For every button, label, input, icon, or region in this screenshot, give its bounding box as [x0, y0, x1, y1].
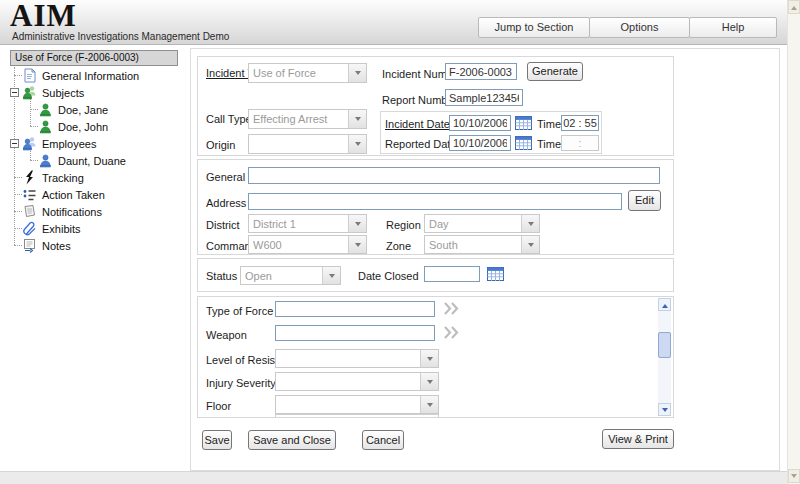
general-input[interactable]: [248, 167, 660, 184]
scroll-down-icon[interactable]: [788, 469, 800, 483]
dropdown-arrow-icon: [528, 243, 534, 250]
dropdown-arrow-icon: [427, 403, 433, 410]
status-strip: [0, 471, 787, 484]
page-scrollbar[interactable]: [787, 0, 800, 484]
document-icon: [22, 68, 37, 83]
reported-time-input[interactable]: [561, 135, 599, 151]
calendar-icon[interactable]: [515, 135, 532, 150]
floor-dropdown[interactable]: [275, 395, 439, 414]
help-button[interactable]: Help: [689, 17, 777, 38]
dropdown-arrow-icon: [355, 117, 361, 124]
list-icon: [22, 187, 37, 202]
app-logo: AIM: [10, 0, 77, 32]
status-label: Status: [206, 270, 237, 282]
save-button[interactable]: Save: [202, 430, 232, 450]
injury-severity-label: Injury Severity: [206, 377, 276, 389]
paperclip-icon: [22, 221, 37, 236]
app-header: AIM Administrative Investigations Manage…: [0, 0, 787, 45]
generate-button[interactable]: Generate: [527, 62, 583, 81]
reported-time-label: Time: [537, 138, 561, 150]
district-dropdown[interactable]: District 1: [248, 214, 367, 233]
date-closed-input[interactable]: [424, 266, 480, 282]
tree-item-daunt-duane[interactable]: Daunt, Duane: [0, 152, 126, 169]
injury-severity-dropdown[interactable]: [275, 372, 439, 391]
cancel-button[interactable]: Cancel: [362, 430, 404, 450]
expander-icon[interactable]: [10, 139, 19, 148]
dates-group: Incident Date Time Reported Date Time: [380, 111, 602, 154]
people-green-icon: [22, 85, 37, 100]
cutoff-control: [275, 414, 439, 417]
incident-group: Incident Type Use of Force Incident Numb…: [197, 56, 674, 156]
dropdown-arrow-icon: [355, 222, 361, 229]
dropdown-arrow-icon: [427, 357, 433, 364]
tree-item-doe-jane[interactable]: Doe, Jane: [0, 101, 108, 118]
double-arrow-icon[interactable]: [441, 325, 463, 340]
incident-time-input[interactable]: [561, 115, 599, 131]
double-arrow-icon[interactable]: [441, 301, 463, 316]
tree-item-doe-john[interactable]: Doe, John: [0, 118, 108, 135]
main-form-panel: Incident Type Use of Force Incident Numb…: [190, 48, 780, 471]
incident-date-input[interactable]: [449, 115, 511, 131]
dropdown-arrow-icon: [427, 380, 433, 387]
person-green-icon: [38, 102, 53, 117]
origin-label: Origin: [206, 139, 235, 151]
reported-date-input[interactable]: [449, 135, 511, 151]
calendar-icon[interactable]: [515, 115, 532, 130]
navigation-tree: General Information Subjects Doe, Jane D…: [0, 67, 188, 267]
incident-time-label: Time: [537, 118, 561, 130]
zone-dropdown[interactable]: South: [424, 235, 540, 254]
call-type-dropdown[interactable]: Effecting Arrest: [248, 109, 367, 129]
tree-item-notes[interactable]: Notes: [0, 237, 71, 254]
command-dropdown[interactable]: W600: [248, 235, 367, 254]
dropdown-arrow-icon: [355, 71, 361, 78]
call-type-label: Call Type: [206, 113, 252, 125]
scroll-up-icon[interactable]: [788, 0, 800, 14]
app-window: AIM Administrative Investigations Manage…: [0, 0, 800, 484]
details-scrollbar[interactable]: [658, 298, 671, 416]
tree-item-exhibits[interactable]: Exhibits: [0, 220, 81, 237]
save-and-close-button[interactable]: Save and Close: [248, 430, 336, 450]
district-label: District: [206, 219, 240, 231]
location-group: General Address Edit District District 1…: [197, 159, 674, 255]
tree-item-tracking[interactable]: Tracking: [0, 169, 84, 186]
notes-icon: [22, 238, 37, 253]
person-blue-icon: [38, 153, 53, 168]
case-title: Use of Force (F-2006-0003): [10, 50, 178, 66]
weapon-input[interactable]: [275, 325, 435, 341]
weapon-label: Weapon: [206, 329, 247, 341]
address-label: Address: [206, 197, 246, 209]
person-green-icon: [38, 119, 53, 134]
status-group: Status Open Date Closed: [197, 258, 674, 292]
floor-label: Floor: [206, 400, 231, 412]
general-label: General: [206, 171, 245, 183]
address-input[interactable]: [248, 193, 622, 210]
region-dropdown[interactable]: Day: [424, 214, 540, 233]
options-button[interactable]: Options: [589, 17, 690, 38]
edit-address-button[interactable]: Edit: [628, 190, 661, 211]
scrollbar-thumb[interactable]: [658, 332, 671, 358]
status-dropdown[interactable]: Open: [240, 266, 341, 285]
type-of-force-input[interactable]: [275, 301, 435, 317]
dropdown-arrow-icon: [355, 243, 361, 250]
scroll-up-icon[interactable]: [658, 298, 671, 311]
incident-date-label[interactable]: Incident Date: [385, 118, 450, 130]
reported-date-label: Reported Date: [385, 138, 457, 150]
scroll-down-icon[interactable]: [658, 403, 671, 416]
tree-item-action-taken[interactable]: Action Taken: [0, 186, 105, 203]
report-number-input[interactable]: [445, 89, 523, 106]
tree-item-notifications[interactable]: Notifications: [0, 203, 102, 220]
dropdown-arrow-icon: [355, 142, 361, 149]
date-closed-label: Date Closed: [358, 270, 419, 282]
origin-dropdown[interactable]: [248, 134, 367, 154]
region-label: Region: [386, 219, 421, 231]
header-button-bar: Jump to Section Options Help: [479, 17, 777, 38]
incident-number-input[interactable]: [445, 63, 517, 80]
level-of-resistance-dropdown[interactable]: [275, 349, 439, 368]
jump-to-section-button[interactable]: Jump to Section: [478, 17, 590, 38]
view-and-print-button[interactable]: View & Print: [602, 429, 674, 449]
calendar-icon[interactable]: [487, 266, 504, 281]
expander-icon[interactable]: [10, 88, 19, 97]
incident-type-dropdown[interactable]: Use of Force: [248, 63, 367, 83]
tree-item-general-information[interactable]: General Information: [0, 67, 139, 84]
details-group: Type of Force Used Weapon Level of Resis…: [197, 296, 674, 418]
